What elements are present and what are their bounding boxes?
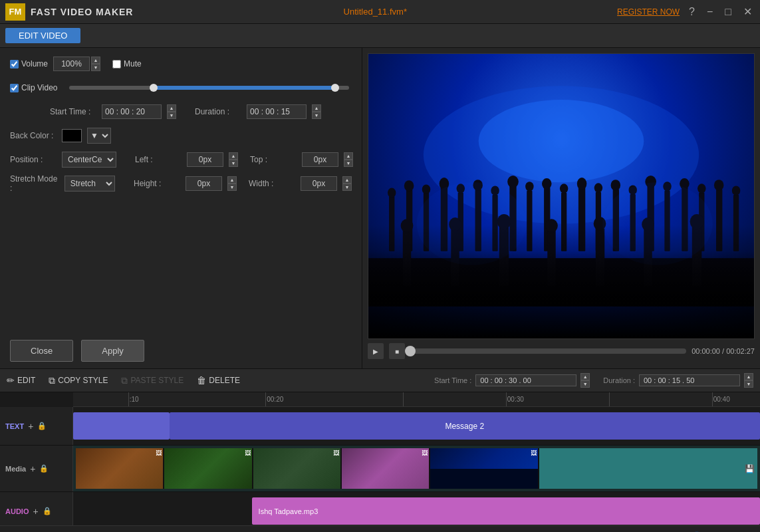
audio-block[interactable]: Ishq Tadpave.mp3: [252, 497, 760, 525]
volume-checkbox[interactable]: [10, 60, 19, 68]
stage-overlay: [368, 225, 754, 338]
media-thumb-5[interactable]: 🖼: [430, 448, 539, 489]
timeline-duration-down[interactable]: ▼: [744, 380, 753, 388]
left-down[interactable]: ▼: [229, 160, 238, 167]
close-window-button[interactable]: ✕: [741, 5, 755, 18]
back-color-swatch[interactable]: [62, 129, 82, 142]
start-time-input[interactable]: [102, 104, 162, 119]
media-thumb-3[interactable]: 🖼: [253, 448, 342, 489]
audio-lock-button[interactable]: 🔒: [43, 507, 52, 515]
paste-style-label: PASTE STYLE: [130, 376, 184, 385]
text-block-main[interactable]: Message 2: [170, 412, 760, 440]
app-title: FAST VIDEO MAKER: [31, 7, 133, 17]
timeline-start-down[interactable]: ▼: [580, 380, 590, 388]
volume-checkbox-label[interactable]: Volume: [10, 59, 48, 68]
timeline-start-up[interactable]: ▲: [580, 373, 590, 380]
paste-style-icon: ⧉: [121, 375, 128, 386]
media-add-button[interactable]: +: [30, 464, 35, 474]
edit-video-button[interactable]: EDIT VIDEO: [5, 28, 80, 43]
stop-button[interactable]: ■: [389, 343, 405, 359]
copy-style-label: COPY STYLE: [58, 376, 108, 385]
apply-button[interactable]: Apply: [81, 340, 144, 362]
ruler-mark-10: :10: [128, 392, 139, 406]
clip-video-checkbox-label[interactable]: Clip Video: [10, 83, 57, 92]
top-down[interactable]: ▼: [344, 160, 353, 167]
start-time-up[interactable]: ▲: [167, 104, 176, 112]
text-block-small[interactable]: [73, 412, 170, 440]
edit-action[interactable]: ✏ EDIT: [7, 375, 35, 386]
clip-video-checkbox[interactable]: [10, 84, 19, 92]
duration-spinners: ▲ ▼: [312, 104, 321, 119]
minimize-button[interactable]: −: [704, 6, 715, 18]
volume-up-arrow[interactable]: ▲: [91, 57, 100, 64]
close-button[interactable]: Close: [10, 340, 73, 362]
restore-button[interactable]: □: [722, 6, 734, 18]
volume-input[interactable]: [53, 57, 90, 71]
media-icon-3: 🖼: [333, 450, 339, 456]
play-button[interactable]: ▶: [368, 343, 384, 359]
help-button[interactable]: ?: [686, 6, 697, 18]
main-toolbar: EDIT VIDEO: [0, 24, 760, 48]
media-thumb-4[interactable]: 🖼: [342, 448, 430, 489]
media-lock-button[interactable]: 🔒: [39, 464, 49, 473]
paste-style-action[interactable]: ⧉ PASTE STYLE: [121, 375, 184, 386]
stretch-mode-dropdown[interactable]: Stretch: [64, 176, 115, 192]
delete-action[interactable]: 🗑 DELETE: [197, 375, 240, 386]
clip-slider-fill: [154, 86, 335, 90]
transport-controls: ▶ ■ 00:00:00 / 00:02:27: [368, 339, 755, 363]
height-up[interactable]: ▲: [227, 176, 237, 184]
left-input[interactable]: [187, 152, 223, 167]
audio-add-button[interactable]: +: [33, 506, 38, 517]
title-controls: REGISTER NOW ? − □ ✕: [617, 5, 755, 18]
duration-down[interactable]: ▼: [312, 112, 321, 119]
register-link[interactable]: REGISTER NOW: [617, 7, 680, 17]
time-current: 00:00:00: [692, 347, 720, 355]
duration-input[interactable]: [247, 104, 307, 119]
top-up[interactable]: ▲: [344, 152, 353, 160]
video-preview: [368, 53, 755, 339]
position-dropdown[interactable]: CenterCe: [62, 152, 116, 168]
volume-down-arrow[interactable]: ▼: [91, 64, 100, 71]
copy-style-action[interactable]: ⧉ COPY STYLE: [49, 375, 108, 386]
timeline-ruler: :10 00:20 00:30 00:40: [73, 392, 760, 407]
time-total: 00:02:27: [726, 347, 755, 355]
timeline-start-label: Start Time :: [434, 376, 471, 384]
width-input[interactable]: [301, 176, 337, 191]
height-down[interactable]: ▼: [227, 184, 237, 191]
left-up[interactable]: ▲: [229, 152, 238, 160]
action-buttons: Close Apply: [10, 340, 352, 362]
timeline-duration-input[interactable]: [639, 374, 740, 386]
position-row: Position : CenterCe Left : ▲▼ Top : ▲▼: [10, 150, 352, 169]
app-logo-icon: FM: [5, 3, 25, 21]
height-input[interactable]: [186, 176, 222, 191]
width-down[interactable]: ▼: [342, 184, 352, 191]
text-add-button[interactable]: +: [28, 421, 33, 432]
media-icon-4: 🖼: [422, 450, 428, 456]
text-lock-button[interactable]: 🔒: [37, 422, 47, 430]
width-up[interactable]: ▲: [342, 176, 352, 184]
duration-up[interactable]: ▲: [312, 104, 321, 112]
timeline-duration-up[interactable]: ▲: [744, 373, 753, 380]
clip-left-handle[interactable]: [150, 84, 158, 92]
timeline-start-group: Start Time : ▲▼: [434, 373, 590, 388]
clip-video-row: Clip Video: [10, 78, 352, 97]
orchestra-mini: [430, 469, 538, 489]
mute-checkbox[interactable]: [112, 60, 121, 68]
media-thumb-1[interactable]: 🖼: [76, 448, 164, 489]
time-row: Start Time : ▲ ▼ Duration : ▲ ▼: [50, 102, 352, 121]
media-thumb-2[interactable]: 🖼: [164, 448, 253, 489]
top-input[interactable]: [302, 152, 338, 167]
clip-slider-track[interactable]: [69, 86, 349, 90]
clip-right-handle[interactable]: [331, 84, 339, 92]
start-time-down[interactable]: ▼: [167, 112, 176, 119]
edit-icon: ✏: [7, 375, 15, 386]
mute-checkbox-label[interactable]: Mute: [112, 59, 142, 68]
progress-handle[interactable]: [405, 346, 416, 356]
timeline-start-input[interactable]: [475, 374, 576, 386]
svg-point-4: [388, 188, 396, 198]
duration-label: Duration :: [195, 107, 241, 116]
back-color-dropdown[interactable]: ▼: [87, 128, 111, 144]
progress-bar[interactable]: [410, 348, 686, 354]
stretch-row: Stretch Mode : Stretch Height : ▲▼ Width…: [10, 174, 352, 193]
file-title: Untitled_11.fvm*: [133, 7, 617, 17]
